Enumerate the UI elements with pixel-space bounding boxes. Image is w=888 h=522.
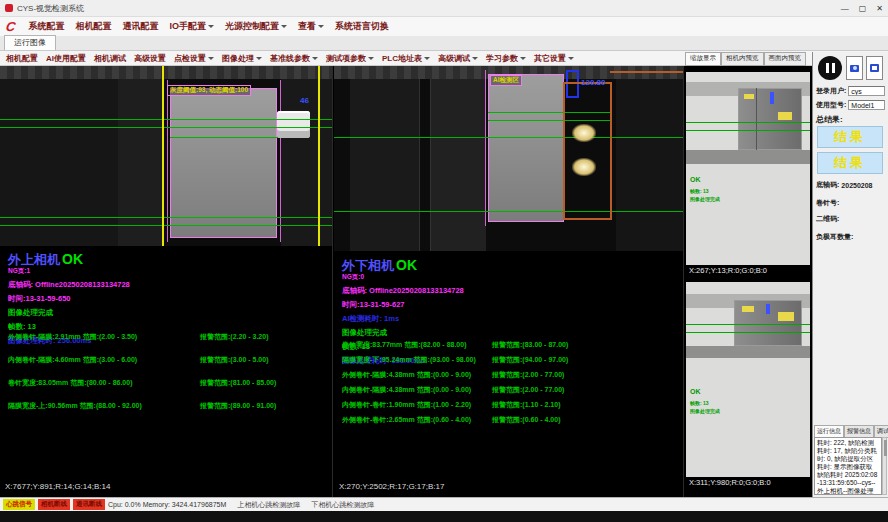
needle-id-label: 卷针号:: [816, 198, 839, 208]
tool-test-params[interactable]: 测试项参数: [326, 53, 374, 64]
reflection-highlight: [778, 112, 792, 120]
separator-clip: [277, 111, 310, 138]
measure-line: [334, 137, 683, 138]
camera-icon: [850, 65, 859, 72]
result-status: OK: [396, 257, 417, 273]
chevron-down-icon: [256, 57, 262, 60]
camera-view-lower: AI检测区 120.80 外下相机OK NG页:0 底轴码: Offline20…: [334, 66, 684, 497]
menu-item-language-switch[interactable]: 系统语言切换: [335, 20, 389, 33]
pin-rectangle: [488, 74, 564, 222]
tool-advanced-debug[interactable]: 高级调试: [438, 53, 478, 64]
tool-camera-debug[interactable]: 相机调试: [94, 53, 126, 64]
camera-image-upper[interactable]: 灰度阈值:93, 动态阈值:100 46: [0, 66, 332, 246]
minimize-button[interactable]: —: [841, 4, 849, 13]
tool-baseline-params[interactable]: 基准线参数: [270, 53, 318, 64]
machine-region: [118, 79, 162, 246]
pixel-coord-readout: X:7677;Y:891;R:14;G:14;B:14: [5, 482, 110, 491]
log-scrollbar[interactable]: [882, 437, 887, 495]
measure-line: [0, 127, 332, 128]
measurement-row: 隔膜宽度-上:90.56mm 范围:(88.00 - 92.00)报警范围:(8…: [8, 401, 328, 411]
model-field[interactable]: Model1: [848, 100, 885, 110]
run-log-text[interactable]: 耗时: 222, 缺陷检测耗时: 17, 缺陷分类耗时: 0, 缺陷提取分区耗时…: [814, 437, 882, 495]
measure-line: [686, 324, 810, 325]
right-panel: 登录用户: cys 使用型号: Model1 总结果: 结果 结果 底轴码: 2…: [812, 52, 888, 497]
tabstrip: 运行图像: [0, 36, 888, 51]
tool-learn-params[interactable]: 学习参数: [486, 53, 526, 64]
app-logo-icon: [5, 4, 13, 12]
close-button[interactable]: ✕: [876, 4, 883, 13]
annotation-line: [756, 88, 757, 150]
tool-camera-config[interactable]: 相机配置: [6, 53, 38, 64]
machine-region: [430, 79, 486, 251]
tool-advanced-settings[interactable]: 高级设置: [134, 53, 166, 64]
measure-line: [0, 225, 332, 226]
preview-thumbnail-top[interactable]: OK 帧数: 13 图像处理完成: [686, 72, 810, 265]
menu-item-system-config[interactable]: 系统配置: [28, 20, 64, 33]
chevron-down-icon: [472, 57, 478, 60]
ai-region-label: AI检测区: [490, 75, 522, 86]
chevron-down-icon: [424, 57, 430, 60]
thumb-tab-camera-preview[interactable]: 相机内预览: [721, 52, 764, 66]
tool-ai-config[interactable]: AI使用配置: [46, 53, 86, 64]
measure-value-label: 120.80: [581, 78, 605, 87]
cpu-memory-readout: Cpu: 0.0% Memory: 3424.41796875M: [108, 501, 226, 508]
model-row: 使用型号: Model1: [816, 100, 885, 110]
pixel-coord-readout: X:311;Y:980;R:0;G:0;B:0: [686, 477, 810, 489]
roi-line: [318, 66, 320, 246]
menu-item-view[interactable]: 查看: [298, 20, 324, 33]
machine-texture: [0, 66, 332, 79]
comm-offline-badge: 通讯断线: [73, 499, 105, 510]
chevron-down-icon: [281, 25, 287, 28]
camera-capture-button[interactable]: [846, 56, 863, 80]
login-user-row: 登录用户: cys: [816, 86, 885, 96]
measurement-row: 卷针宽度:83.77mm 范围:(82.00 - 88.00)报警范围:(83.…: [342, 340, 679, 350]
camera-name: 外上相机: [8, 252, 60, 267]
roi-mark: [770, 92, 774, 104]
menubar: C 系统配置 相机配置 通讯配置 IO手配置 光源控制配置 查看 系统语言切换: [0, 17, 888, 36]
measurement-row: 外侧卷针-隔膜:4.38mm 范围:(0.00 - 9.00)报警范围:(2.0…: [342, 370, 679, 380]
brand-logo-icon: C: [5, 19, 17, 34]
pixel-coord-readout: X:270;Y:2502;R:17;G:17;B:17: [339, 482, 444, 491]
bottom-strip: [0, 511, 888, 522]
pause-icon: [826, 63, 829, 73]
result-box-upper: 结果: [817, 126, 883, 148]
menu-item-light-config[interactable]: 光源控制配置: [225, 20, 287, 33]
toolbar: 相机配置 AI使用配置 相机调试 高级设置 点检设置 图像处理 基准线参数 测试…: [0, 51, 888, 66]
chevron-down-icon: [208, 25, 214, 28]
tool-plc-address[interactable]: PLC地址表: [382, 53, 430, 64]
measurement-row: 卷针宽度:83.05mm 范围:(80.00 - 86.00)报警范围:(81.…: [8, 378, 328, 388]
preview-thumbnail-bottom[interactable]: OK 帧数: 13 图像处理完成: [686, 282, 810, 477]
titlebar: CYS-视觉检测系统 — ▢ ✕: [0, 0, 888, 17]
pause-button[interactable]: [818, 56, 842, 80]
log-scrollbar-thumb[interactable]: [884, 440, 887, 456]
time-line: 时间:13-31-59-627: [342, 300, 464, 310]
measure-line: [334, 211, 683, 212]
annotation-line: [485, 70, 486, 226]
menu-item-camera-config[interactable]: 相机配置: [75, 20, 111, 33]
model-label: 使用型号:: [816, 100, 846, 110]
machine-region: [686, 346, 810, 358]
tab-run-image[interactable]: 运行图像: [4, 35, 56, 50]
measure-line: [0, 119, 332, 120]
menu-item-comm-config[interactable]: 通讯配置: [122, 20, 158, 33]
tool-image-process[interactable]: 图像处理: [222, 53, 262, 64]
monitor-button[interactable]: [866, 56, 883, 80]
preview-tabs: 缩放显示 相机内预览 画面内预览: [685, 52, 806, 66]
measurement-row: 内侧卷针-隔膜:4.60mm 范围:(3.00 - 6.00)报警范围:(3.0…: [8, 355, 328, 365]
thumb-result-status: OK: [690, 388, 701, 395]
tool-other-settings[interactable]: 其它设置: [534, 53, 574, 64]
measurement-row: 内侧卷针-卷针:1.90mm 范围:(1.00 - 2.20)报警范围:(1.1…: [342, 400, 679, 410]
thumb-tab-screen-preview[interactable]: 画面内预览: [764, 52, 807, 66]
base-code-value: 20250208: [841, 182, 872, 189]
menu-item-io-config[interactable]: IO手配置: [169, 20, 214, 33]
total-result-label: 总结果:: [816, 114, 843, 125]
login-user-field[interactable]: cys: [848, 86, 885, 96]
thumb-info-text: 图像处理完成: [690, 408, 720, 414]
thumb-tab-zoom[interactable]: 缩放显示: [685, 52, 721, 66]
maximize-button[interactable]: ▢: [859, 4, 867, 13]
measurement-row: 内侧卷针-隔膜:4.38mm 范围:(0.00 - 9.00)报警范围:(2.0…: [342, 385, 679, 395]
tool-spot-check[interactable]: 点检设置: [174, 53, 214, 64]
threshold-label: 灰度阈值:93, 动态阈值:100: [167, 85, 251, 96]
camera-image-lower[interactable]: AI检测区 120.80: [334, 66, 683, 251]
pause-icon: [832, 63, 835, 73]
